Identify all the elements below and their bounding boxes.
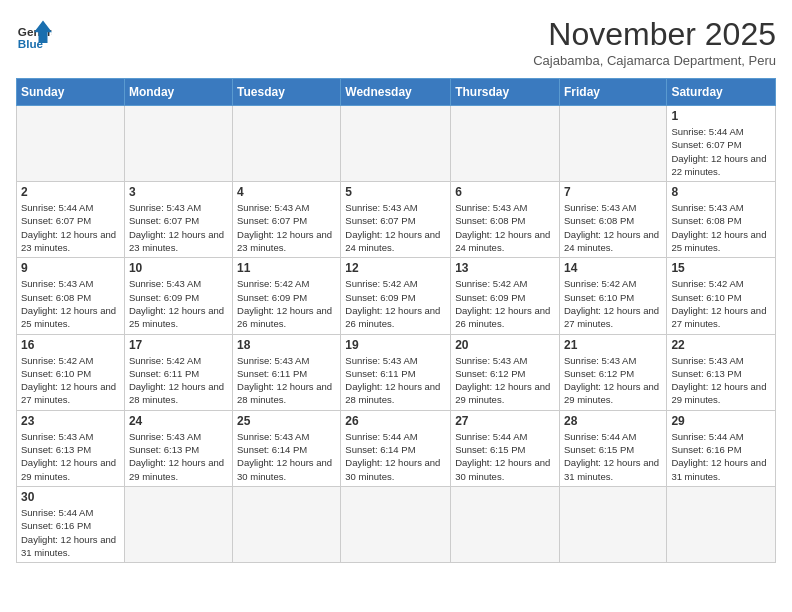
- day-number: 10: [129, 261, 228, 275]
- calendar-day-cell: 19Sunrise: 5:43 AM Sunset: 6:11 PM Dayli…: [341, 334, 451, 410]
- day-of-week-header: Monday: [124, 79, 232, 106]
- day-info: Sunrise: 5:43 AM Sunset: 6:07 PM Dayligh…: [345, 201, 446, 254]
- calendar-day-cell: 24Sunrise: 5:43 AM Sunset: 6:13 PM Dayli…: [124, 410, 232, 486]
- day-number: 17: [129, 338, 228, 352]
- day-of-week-header: Saturday: [667, 79, 776, 106]
- calendar-day-cell: 8Sunrise: 5:43 AM Sunset: 6:08 PM Daylig…: [667, 182, 776, 258]
- day-info: Sunrise: 5:44 AM Sunset: 6:07 PM Dayligh…: [21, 201, 120, 254]
- day-info: Sunrise: 5:42 AM Sunset: 6:10 PM Dayligh…: [564, 277, 662, 330]
- calendar-day-cell: 29Sunrise: 5:44 AM Sunset: 6:16 PM Dayli…: [667, 410, 776, 486]
- day-number: 28: [564, 414, 662, 428]
- calendar-day-cell: 25Sunrise: 5:43 AM Sunset: 6:14 PM Dayli…: [233, 410, 341, 486]
- day-info: Sunrise: 5:44 AM Sunset: 6:16 PM Dayligh…: [21, 506, 120, 559]
- calendar-day-cell: [341, 106, 451, 182]
- calendar-day-cell: 30Sunrise: 5:44 AM Sunset: 6:16 PM Dayli…: [17, 486, 125, 562]
- calendar-day-cell: 22Sunrise: 5:43 AM Sunset: 6:13 PM Dayli…: [667, 334, 776, 410]
- day-of-week-header: Tuesday: [233, 79, 341, 106]
- calendar-header-row: SundayMondayTuesdayWednesdayThursdayFrid…: [17, 79, 776, 106]
- calendar-day-cell: 17Sunrise: 5:42 AM Sunset: 6:11 PM Dayli…: [124, 334, 232, 410]
- day-number: 26: [345, 414, 446, 428]
- calendar-day-cell: 7Sunrise: 5:43 AM Sunset: 6:08 PM Daylig…: [559, 182, 666, 258]
- day-info: Sunrise: 5:42 AM Sunset: 6:10 PM Dayligh…: [671, 277, 771, 330]
- page-header: General Blue November 2025 Cajabamba, Ca…: [16, 16, 776, 68]
- day-number: 23: [21, 414, 120, 428]
- calendar-day-cell: [124, 106, 232, 182]
- day-info: Sunrise: 5:43 AM Sunset: 6:08 PM Dayligh…: [21, 277, 120, 330]
- day-info: Sunrise: 5:43 AM Sunset: 6:08 PM Dayligh…: [455, 201, 555, 254]
- day-number: 29: [671, 414, 771, 428]
- day-of-week-header: Friday: [559, 79, 666, 106]
- calendar-day-cell: 6Sunrise: 5:43 AM Sunset: 6:08 PM Daylig…: [451, 182, 560, 258]
- calendar-week-row: 30Sunrise: 5:44 AM Sunset: 6:16 PM Dayli…: [17, 486, 776, 562]
- day-info: Sunrise: 5:43 AM Sunset: 6:13 PM Dayligh…: [129, 430, 228, 483]
- calendar-day-cell: [451, 486, 560, 562]
- day-info: Sunrise: 5:43 AM Sunset: 6:07 PM Dayligh…: [129, 201, 228, 254]
- calendar-day-cell: 9Sunrise: 5:43 AM Sunset: 6:08 PM Daylig…: [17, 258, 125, 334]
- calendar-day-cell: 11Sunrise: 5:42 AM Sunset: 6:09 PM Dayli…: [233, 258, 341, 334]
- day-number: 19: [345, 338, 446, 352]
- calendar-day-cell: 20Sunrise: 5:43 AM Sunset: 6:12 PM Dayli…: [451, 334, 560, 410]
- day-of-week-header: Wednesday: [341, 79, 451, 106]
- calendar-day-cell: 14Sunrise: 5:42 AM Sunset: 6:10 PM Dayli…: [559, 258, 666, 334]
- location-subtitle: Cajabamba, Cajamarca Department, Peru: [533, 53, 776, 68]
- calendar-day-cell: 10Sunrise: 5:43 AM Sunset: 6:09 PM Dayli…: [124, 258, 232, 334]
- day-number: 22: [671, 338, 771, 352]
- calendar-week-row: 16Sunrise: 5:42 AM Sunset: 6:10 PM Dayli…: [17, 334, 776, 410]
- day-number: 14: [564, 261, 662, 275]
- calendar-day-cell: [559, 106, 666, 182]
- day-number: 20: [455, 338, 555, 352]
- day-number: 30: [21, 490, 120, 504]
- day-number: 7: [564, 185, 662, 199]
- day-info: Sunrise: 5:42 AM Sunset: 6:09 PM Dayligh…: [455, 277, 555, 330]
- calendar-day-cell: [559, 486, 666, 562]
- day-info: Sunrise: 5:43 AM Sunset: 6:14 PM Dayligh…: [237, 430, 336, 483]
- day-number: 2: [21, 185, 120, 199]
- day-number: 15: [671, 261, 771, 275]
- calendar-day-cell: 23Sunrise: 5:43 AM Sunset: 6:13 PM Dayli…: [17, 410, 125, 486]
- calendar-day-cell: [233, 486, 341, 562]
- calendar-day-cell: [451, 106, 560, 182]
- calendar-day-cell: 5Sunrise: 5:43 AM Sunset: 6:07 PM Daylig…: [341, 182, 451, 258]
- calendar-day-cell: 2Sunrise: 5:44 AM Sunset: 6:07 PM Daylig…: [17, 182, 125, 258]
- day-info: Sunrise: 5:43 AM Sunset: 6:08 PM Dayligh…: [564, 201, 662, 254]
- calendar-table: SundayMondayTuesdayWednesdayThursdayFrid…: [16, 78, 776, 563]
- calendar-day-cell: [667, 486, 776, 562]
- day-info: Sunrise: 5:44 AM Sunset: 6:07 PM Dayligh…: [671, 125, 771, 178]
- calendar-day-cell: 12Sunrise: 5:42 AM Sunset: 6:09 PM Dayli…: [341, 258, 451, 334]
- calendar-day-cell: 28Sunrise: 5:44 AM Sunset: 6:15 PM Dayli…: [559, 410, 666, 486]
- day-number: 6: [455, 185, 555, 199]
- day-info: Sunrise: 5:43 AM Sunset: 6:08 PM Dayligh…: [671, 201, 771, 254]
- day-number: 11: [237, 261, 336, 275]
- day-info: Sunrise: 5:44 AM Sunset: 6:14 PM Dayligh…: [345, 430, 446, 483]
- day-info: Sunrise: 5:43 AM Sunset: 6:13 PM Dayligh…: [21, 430, 120, 483]
- day-info: Sunrise: 5:43 AM Sunset: 6:13 PM Dayligh…: [671, 354, 771, 407]
- calendar-day-cell: 26Sunrise: 5:44 AM Sunset: 6:14 PM Dayli…: [341, 410, 451, 486]
- calendar-day-cell: [17, 106, 125, 182]
- day-number: 3: [129, 185, 228, 199]
- day-number: 27: [455, 414, 555, 428]
- day-number: 4: [237, 185, 336, 199]
- calendar-day-cell: 1Sunrise: 5:44 AM Sunset: 6:07 PM Daylig…: [667, 106, 776, 182]
- day-info: Sunrise: 5:42 AM Sunset: 6:10 PM Dayligh…: [21, 354, 120, 407]
- day-info: Sunrise: 5:43 AM Sunset: 6:09 PM Dayligh…: [129, 277, 228, 330]
- day-number: 24: [129, 414, 228, 428]
- day-number: 9: [21, 261, 120, 275]
- day-number: 21: [564, 338, 662, 352]
- day-number: 5: [345, 185, 446, 199]
- calendar-week-row: 2Sunrise: 5:44 AM Sunset: 6:07 PM Daylig…: [17, 182, 776, 258]
- logo: General Blue: [16, 16, 52, 52]
- calendar-day-cell: 27Sunrise: 5:44 AM Sunset: 6:15 PM Dayli…: [451, 410, 560, 486]
- calendar-week-row: 1Sunrise: 5:44 AM Sunset: 6:07 PM Daylig…: [17, 106, 776, 182]
- calendar-day-cell: 3Sunrise: 5:43 AM Sunset: 6:07 PM Daylig…: [124, 182, 232, 258]
- day-info: Sunrise: 5:43 AM Sunset: 6:12 PM Dayligh…: [455, 354, 555, 407]
- calendar-day-cell: 4Sunrise: 5:43 AM Sunset: 6:07 PM Daylig…: [233, 182, 341, 258]
- month-title: November 2025: [533, 16, 776, 53]
- calendar-day-cell: 21Sunrise: 5:43 AM Sunset: 6:12 PM Dayli…: [559, 334, 666, 410]
- calendar-day-cell: 15Sunrise: 5:42 AM Sunset: 6:10 PM Dayli…: [667, 258, 776, 334]
- day-number: 18: [237, 338, 336, 352]
- day-of-week-header: Sunday: [17, 79, 125, 106]
- day-number: 13: [455, 261, 555, 275]
- logo-icon: General Blue: [16, 16, 52, 52]
- day-info: Sunrise: 5:44 AM Sunset: 6:15 PM Dayligh…: [455, 430, 555, 483]
- day-info: Sunrise: 5:42 AM Sunset: 6:09 PM Dayligh…: [237, 277, 336, 330]
